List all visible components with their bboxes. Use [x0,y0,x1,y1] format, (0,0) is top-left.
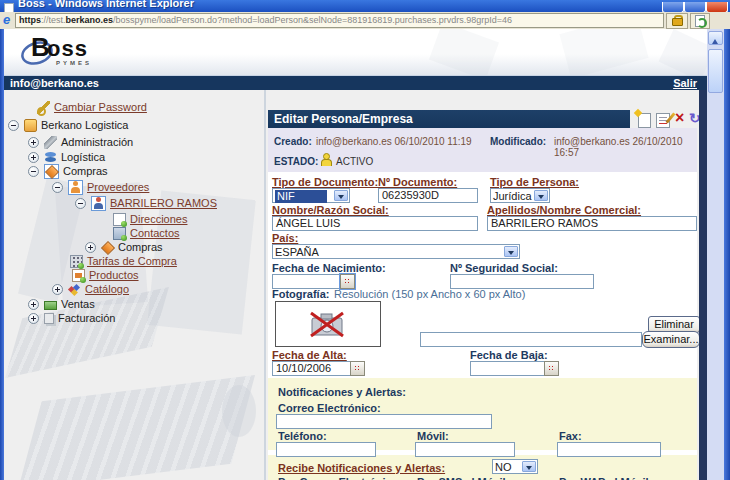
save-edit-icon[interactable] [656,113,670,128]
title-bar: Boss - Windows Internet Explorer [0,0,730,12]
sidebar-item-compras[interactable]: Compras [28,164,108,178]
sidebar-item-direcciones[interactable]: Direcciones [113,212,187,226]
sidebar-item-administracion[interactable]: Administración [28,135,133,149]
sidebar-item-logistica[interactable]: Logística [28,150,105,164]
num-documento-input[interactable]: 06235930D [378,188,478,203]
refresh-arrow-glyph [697,18,707,28]
sidebar-item-barrilero-ramos[interactable]: BARRILERO RAMOS [75,196,217,210]
seguridad-social-input[interactable] [450,274,594,289]
logout-link[interactable]: Salir [673,77,697,89]
providers-icon [68,180,83,195]
fecha-baja-input[interactable] [470,361,546,376]
cutoff-label: Por SMS al Móvil: [417,476,509,480]
fecha-nacimiento-input[interactable] [272,274,342,289]
sidebar-item-compras-sub[interactable]: Compras [85,240,163,254]
pais-label: País: [272,232,298,244]
maximize-button[interactable] [684,2,706,12]
modified-label: Modificado: [490,136,546,147]
expand-icon[interactable] [52,284,63,295]
fecha-baja-label: Fecha de Baja: [470,349,548,361]
sidebar-item-proveedores[interactable]: Proveedores [52,180,149,194]
tipo-documento-label: Tipo de Documento: [272,176,378,188]
collapse-icon[interactable] [8,120,19,131]
tree-label[interactable]: Compras [118,241,163,253]
telefono-input[interactable] [276,442,376,457]
sidebar-item-catalogo[interactable]: Catálogo [52,282,129,296]
panel-top-margin [268,90,697,110]
expand-icon[interactable] [28,137,39,148]
sidebar-item-productos[interactable]: Productos [72,268,139,282]
collapse-icon[interactable] [52,182,63,193]
expand-icon[interactable] [28,152,39,163]
nombre-label: Nombre/Razón Social: [272,204,389,216]
sidebar-item-cambiar-password[interactable]: Cambiar Password [37,100,147,114]
photo-file-input[interactable] [420,332,642,347]
expand-icon[interactable] [28,313,39,324]
tree-label[interactable]: Proveedores [87,181,149,193]
tree-label[interactable]: Catálogo [85,283,129,295]
chevron-down-icon[interactable] [534,190,548,201]
sidebar-item-contactos[interactable]: Contactos [113,226,180,240]
recibe-notificaciones-select[interactable]: NO [492,459,538,474]
tree-label[interactable]: Berkano Logistica [41,119,128,131]
tree-label[interactable]: Direcciones [130,213,187,225]
chevron-down-icon[interactable] [522,461,536,472]
collapse-icon[interactable] [75,198,86,209]
apellidos-input[interactable]: BARRILERO RAMOS [487,216,697,231]
sidebar-item-facturacion[interactable]: Facturación [28,311,115,325]
fax-input[interactable] [557,442,661,457]
chevron-down-icon[interactable] [334,190,348,201]
tree-label[interactable]: Facturación [58,312,115,324]
minimize-button[interactable] [662,2,684,12]
content-right-border [699,90,707,480]
nombre-input[interactable]: ÁNGEL LUIS [272,216,478,231]
tipo-documento-select[interactable]: NIF [272,188,350,203]
examinar-button[interactable]: Examinar... [642,331,700,348]
masthead: B oss PYMES [4,29,707,75]
tree-label[interactable]: Compras [63,165,108,177]
calendar-icon[interactable] [340,274,355,289]
fotografia-note: Resolución (150 px Ancho x 60 px Alto) [334,288,525,300]
expand-icon[interactable] [28,299,39,310]
security-lock-icon[interactable] [666,13,688,29]
chevron-down-icon[interactable] [504,246,518,257]
modified-value: info@berkano.es 26/10/2010 16:57 [554,136,697,158]
calendar-icon[interactable] [544,361,559,376]
page-refresh-icon[interactable] [690,13,710,29]
no-camera-icon [308,310,346,338]
expand-icon[interactable] [85,242,96,253]
panel-title-bar: Editar Persona/Empresa [268,110,630,128]
num-documento-label: Nº Documento: [378,176,457,188]
vertical-scrollbar[interactable] [707,29,724,480]
apellidos-label: Apellidos/Nombre Comercial: [487,204,641,216]
close-button[interactable] [706,2,728,12]
correo-input[interactable] [276,414,492,429]
sidebar-item-berkano-logistica[interactable]: Berkano Logistica [8,118,128,132]
sidebar-item-ventas[interactable]: Ventas [28,297,95,311]
tree-label[interactable]: Ventas [61,298,95,310]
fecha-alta-input[interactable]: 10/10/2006 [272,361,352,376]
tree-label[interactable]: Logística [61,151,105,163]
window-title: Boss - Windows Internet Explorer [18,0,194,9]
collapse-icon[interactable] [28,166,39,177]
tree-label[interactable]: Tarifas de Compra [87,255,177,267]
addresses-icon [113,213,126,226]
tree-label[interactable]: Administración [61,136,133,148]
sidebar-item-tarifas-de-compra[interactable]: Tarifas de Compra [70,254,177,268]
billing-icon [44,313,54,324]
movil-input[interactable] [415,442,515,457]
scroll-up-icon[interactable] [708,31,723,45]
fax-label: Fax: [559,430,582,442]
pais-select[interactable]: ESPAÑA [272,244,520,259]
tipo-persona-select[interactable]: Jurídica [490,188,550,203]
tree-label[interactable]: Contactos [130,227,180,239]
new-record-icon[interactable] [638,113,651,128]
calendar-icon[interactable] [350,361,365,376]
photo-placeholder [275,301,381,347]
tree-label[interactable]: Cambiar Password [54,101,147,113]
tree-label[interactable]: Productos [89,269,139,281]
tree-label[interactable]: BARRILERO RAMOS [110,197,217,209]
scrollbar-thumb[interactable] [708,49,723,93]
cutoff-label: Por WAP al Móvil: [559,476,652,480]
url-input[interactable]: https://test.berkano.es/bosspyme/loadPer… [15,13,664,28]
